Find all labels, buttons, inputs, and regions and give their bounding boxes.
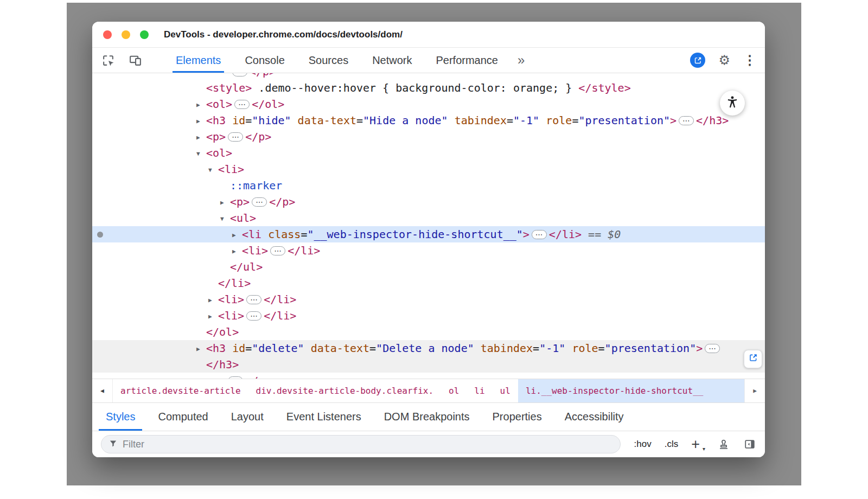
token-code: = [301, 228, 307, 241]
token-code [261, 228, 268, 241]
dom-tree-row[interactable]: ▶<li class="__web-inspector-hide-shortcu… [92, 226, 765, 242]
twisty-collapsed-icon[interactable]: ▶ [196, 97, 206, 113]
dom-tree-row[interactable]: ▶<p>⋯</p> [92, 129, 765, 145]
collapsed-children-icon[interactable]: ⋯ [246, 295, 261, 304]
dom-tree-row[interactable]: ▼<li> [92, 161, 765, 177]
token-tag: <h3 [206, 114, 226, 127]
more-options-icon[interactable]: ⋮ [743, 54, 756, 67]
more-tabs-icon[interactable]: » [518, 53, 525, 68]
tab-console[interactable]: Console [245, 48, 284, 73]
token-code [539, 114, 546, 127]
stamp-icon[interactable] [717, 438, 730, 451]
tab-performance[interactable]: Performance [436, 48, 499, 73]
twisty-expanded-icon[interactable]: ▼ [196, 146, 206, 162]
dom-tree-row[interactable]: ▼<ol> [92, 145, 765, 161]
sidebar-tab-accessibility[interactable]: Accessibility [553, 403, 635, 431]
breadcrumb-item[interactable]: article.devsite-article [113, 379, 248, 402]
breadcrumb-scroll-left-icon[interactable]: ◀ [92, 379, 113, 402]
token-val: "hide" [252, 114, 291, 127]
open-in-new-floating-button[interactable] [744, 350, 762, 368]
breadcrumb-item[interactable]: ol [441, 379, 467, 402]
sidebar-tab-layout[interactable]: Layout [220, 403, 275, 431]
dom-tree-row[interactable]: ▶<li>⋯</li> [92, 308, 765, 324]
titlebar: DevTools - developer.chrome.com/docs/dev… [92, 22, 765, 48]
dom-tree-row[interactable]: </h3> [92, 356, 765, 373]
token-tag: </p> [269, 195, 295, 208]
dom-tree-row[interactable]: <style> .demo--hover:hover { background-… [92, 80, 765, 96]
accessibility-overlay-button[interactable] [720, 91, 745, 116]
token-code [226, 342, 232, 355]
sidebar-tab-styles[interactable]: Styles [94, 403, 146, 431]
twisty-collapsed-icon[interactable]: ▶ [232, 227, 242, 244]
breadcrumb-item[interactable]: li.__web-inspector-hide-shortcut__ [518, 379, 744, 402]
twisty-collapsed-icon[interactable]: ▶ [232, 244, 242, 260]
token-tag: > [696, 342, 703, 355]
dom-tree-row[interactable]: ▶<h3 id="hide" data-text="Hide a node" t… [92, 112, 765, 129]
toggle-element-state-button[interactable]: :hov [634, 439, 652, 450]
twisty-collapsed-icon[interactable]: ▶ [196, 341, 206, 357]
collapsed-children-icon[interactable]: ⋯ [679, 116, 694, 125]
collapsed-children-icon[interactable]: ⋯ [270, 246, 285, 255]
collapsed-children-icon[interactable]: ⋯ [705, 344, 720, 353]
minimize-button[interactable] [122, 30, 130, 39]
close-button[interactable] [103, 30, 112, 39]
twisty-collapsed-icon[interactable]: ▶ [208, 309, 218, 325]
accessibility-icon [725, 95, 739, 112]
indent-spacer [92, 124, 196, 124]
token-code [226, 114, 232, 127]
toggle-sidebar-icon[interactable] [743, 438, 756, 451]
dom-tree-row[interactable]: </ol> [92, 324, 765, 340]
new-style-rule-button[interactable]: +▾ [691, 437, 704, 452]
sidebar-tab-dom-breakpoints[interactable]: DOM Breakpoints [373, 403, 481, 431]
twisty-collapsed-icon[interactable]: ▶ [196, 374, 206, 379]
dom-tree-row[interactable]: ⋯</p> [92, 73, 765, 80]
sidebar-tab-computed[interactable]: Computed [146, 403, 219, 431]
collapsed-children-icon[interactable]: ⋯ [234, 100, 250, 109]
breadcrumb-scroll-right-icon[interactable]: ▶ [744, 379, 765, 402]
device-toolbar-icon[interactable] [128, 53, 142, 67]
collapsed-children-icon[interactable]: ⋯ [246, 311, 261, 321]
breadcrumb-item[interactable]: div.devsite-article-body.clearfix. [248, 379, 442, 402]
dom-tree-row[interactable]: </li> [92, 275, 765, 291]
twisty-expanded-icon[interactable]: ▼ [220, 211, 230, 227]
sidebar-tab-properties[interactable]: Properties [481, 403, 553, 431]
open-in-new-badge-icon[interactable] [690, 53, 705, 68]
dom-tree-row[interactable]: ::marker [92, 177, 765, 194]
settings-gear-icon[interactable]: ⚙ [718, 54, 730, 67]
twisty-expanded-icon[interactable]: ▼ [208, 162, 218, 178]
collapsed-children-icon[interactable]: ⋯ [232, 73, 247, 76]
dom-tree-row[interactable]: ▶<li>⋯</li> [92, 291, 765, 308]
token-tag: </li> [288, 244, 320, 257]
token-tag: <p> [206, 374, 226, 379]
indent-spacer [92, 303, 208, 303]
dom-tree-row[interactable]: ▶<h3 id="delete" data-text="Delete a nod… [92, 340, 765, 356]
breadcrumb-item[interactable]: ul [493, 379, 518, 402]
dom-tree-row[interactable]: ▶<p>⋯</p> [92, 194, 765, 210]
collapsed-children-icon[interactable]: ⋯ [532, 230, 547, 239]
collapsed-children-icon[interactable]: ⋯ [228, 376, 243, 379]
tab-elements[interactable]: Elements [176, 48, 221, 73]
twisty-collapsed-icon[interactable]: ▶ [196, 130, 206, 146]
breadcrumb-item[interactable]: li [467, 379, 492, 402]
filter-placeholder: Filter [123, 439, 144, 450]
zoom-button[interactable] [140, 30, 149, 39]
indent-spacer [92, 254, 232, 254]
dom-tree-row[interactable]: </ul> [92, 259, 765, 275]
token-code: = [533, 342, 539, 355]
dom-tree-row[interactable]: ▶<p>⋯</p> [92, 373, 765, 379]
inspect-element-icon[interactable] [101, 53, 115, 67]
sidebar-tab-event-listeners[interactable]: Event Listeners [275, 403, 373, 431]
element-classes-button[interactable]: .cls [665, 439, 679, 450]
tab-network[interactable]: Network [372, 48, 412, 73]
dom-tree-row[interactable]: ▶<ol>⋯</ol> [92, 96, 765, 112]
dom-tree-row[interactable]: ▼<ul> [92, 210, 765, 226]
twisty-collapsed-icon[interactable]: ▶ [196, 113, 206, 130]
dom-tree-row[interactable]: ▶<li>⋯</li> [92, 242, 765, 259]
twisty-collapsed-icon[interactable]: ▶ [220, 195, 230, 211]
collapsed-children-icon[interactable]: ⋯ [228, 132, 243, 142]
plus-icon: + [691, 436, 700, 452]
filter-input[interactable]: Filter [101, 435, 621, 453]
twisty-collapsed-icon[interactable]: ▶ [208, 292, 218, 309]
collapsed-children-icon[interactable]: ⋯ [252, 197, 267, 207]
tab-sources[interactable]: Sources [309, 48, 348, 73]
